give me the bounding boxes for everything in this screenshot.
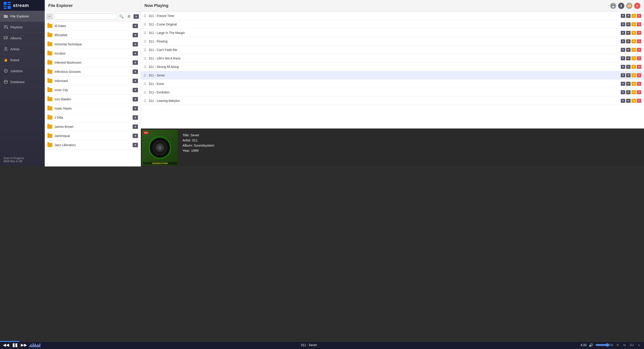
track-name: 311 - Evolution [149,90,322,94]
folder-icon [48,24,52,28]
table-row[interactable]: ☰ 311 - Evolution ▼ ▼ ★ ✕ [141,88,322,96]
drag-handle: ☰ [144,39,146,43]
now-playing-list: ☰ 311 - Freeze Time ▼ ▼ ★ ✕ ☰ 311 - Come… [141,12,322,128]
folder-name: J Dilla [54,116,132,119]
table-row[interactable]: ☰ 311 - Flowing ▼ ▼ ★ ✕ [141,37,322,45]
drag-handle: ☰ [144,14,146,18]
list-item[interactable]: Inner City ▼ [45,86,141,95]
table-row[interactable]: ☰ 311 - Large In The Margin ▼ ▼ ★ ✕ [141,28,322,37]
svg-point-14 [5,47,7,49]
list-item[interactable]: Infected Mushroom ▼ [45,58,141,67]
drag-handle: ☰ [144,48,146,52]
table-row[interactable]: ☰ 311 - Leaving Babylon ▼ ▼ ★ ✕ [141,96,322,105]
folder-icon [48,88,52,92]
folder-name: Inner City [54,88,132,92]
sidebar-item-jukebox-label: Jukebox [10,69,23,73]
svg-point-11 [7,27,8,28]
folder-name: Infectious Grooves [54,70,132,73]
track-artist: Artist: 311 [182,138,322,142]
item-download-button[interactable]: ▼ [132,124,138,129]
table-row[interactable]: ☰ 311 - Freeze Time ▼ ▼ ★ ✕ [141,12,322,20]
table-row[interactable]: ☰ 311 - Strong All Along ▼ ▼ ★ ✕ [141,62,322,71]
sidebar-item-rated[interactable]: Rated [0,54,45,65]
item-download-button[interactable]: ▼ [132,60,138,65]
sidebar-item-rated-label: Rated [10,58,19,62]
sidebar-item-file-explorer[interactable]: File Explorer [0,11,45,22]
list-item[interactable]: J Dilla ▼ [45,113,141,122]
track-title: Title: Sever [182,133,322,137]
item-download-button[interactable]: ▼ [132,115,138,120]
item-download-button[interactable]: ▼ [132,106,138,111]
list-item[interactable]: Jamiroquai ▼ [45,131,141,141]
now-playing-panel: Now Playing 💾 ⬇ 🔁 ✕ ☰ 311 - Freeze Time … [141,0,322,166]
item-download-button[interactable]: ▼ [132,42,138,46]
item-download-button[interactable]: ▼ [132,24,138,28]
item-download-button[interactable]: ▼ [132,79,138,83]
sidebar-item-albums[interactable]: Albums [0,33,45,43]
search-input[interactable] [54,13,117,20]
rescan-button[interactable]: ⚙ [126,13,132,20]
track-name: 311 - Flowing [149,39,322,43]
track-name: 311 - Sever [149,73,322,77]
table-row[interactable]: ☰ 311 - Come Original ▼ ▼ ★ ✕ [141,20,322,28]
folder-name: Immortal Technique [54,42,132,46]
drag-handle: ☰ [144,73,146,77]
album-art: 311 SOUNDSYSTEM [142,130,178,166]
folder-icon [4,14,8,18]
search-button[interactable]: 🔍 [118,13,124,20]
list-item[interactable]: Isaac Hayes ▼ [45,104,141,113]
item-download-button[interactable]: ▼ [132,33,138,37]
file-explorer-panel: File Explorer ← 🔍 ⚙ ▼ Ill.Gates ▼ illSca… [45,0,141,166]
item-download-button[interactable]: ▼ [132,97,138,101]
file-explorer-header: File Explorer [45,0,141,12]
svg-rect-8 [4,25,8,26]
folder-icon [48,42,52,46]
sidebar: stream File Explorer Playlists Albums Ar… [0,0,45,166]
folder-name: illScarlett [54,33,132,37]
list-item[interactable]: Informant ▼ [45,76,141,86]
sidebar-item-albums-label: Albums [10,36,22,40]
table-row[interactable]: ☰ 311 - Life's Not A Race ▼ ▼ ★ ✕ [141,54,322,62]
table-row[interactable]: ☰ 311 - Sever ▼ ▼ ★ ✕ [141,71,322,79]
folder-icon [48,115,52,119]
item-download-button[interactable]: ▼ [132,143,138,147]
list-item[interactable]: James Brown ▼ [45,122,141,131]
list-item[interactable]: Infectious Grooves ▼ [45,67,141,76]
back-button[interactable]: ← [46,13,53,20]
sidebar-item-database[interactable]: Database [0,76,45,87]
list-item[interactable]: Incubus ▼ [45,49,141,58]
item-download-button[interactable]: ▼ [132,134,138,138]
sidebar-item-file-explorer-label: File Explorer [10,14,29,18]
table-row[interactable]: ☰ 311 - Can't Fade Me ▼ ▼ ★ ✕ [141,45,322,54]
record-graphic [150,138,170,158]
list-item[interactable]: Immortal Technique ▼ [45,40,141,49]
sidebar-item-database-label: Database [10,80,24,84]
list-item[interactable]: Iron Maiden ▼ [45,95,141,104]
track-name: 311 - Strong All Along [149,65,322,69]
track-year: Year: 1999 [182,149,322,152]
svg-rect-1 [8,2,11,3]
folder-icon [48,106,52,110]
sidebar-item-artists[interactable]: Artists [0,43,45,54]
folder-name: Incubus [54,52,132,55]
track-name: 311 - Large In The Margin [149,31,322,35]
list-item[interactable]: Jazz Liberatorz ▼ [45,141,141,150]
svg-rect-5 [8,6,11,9]
folder-icon [48,33,52,37]
list-item[interactable]: illScarlett ▼ [45,31,141,40]
files-count-text: 6500 files in DB [4,160,41,163]
folder-icon [48,143,52,147]
sidebar-item-playlists[interactable]: Playlists [0,22,45,33]
table-row[interactable]: ☰ 311 - Eons ▼ ▼ ★ ✕ [141,79,322,88]
list-item[interactable]: Ill.Gates ▼ [45,21,141,31]
item-download-button[interactable]: ▼ [132,69,138,74]
svg-marker-15 [4,58,8,62]
svg-rect-3 [4,6,7,7]
folder-icon [48,79,52,83]
database-icon [4,79,8,84]
folder-download-button[interactable]: ▼ [134,14,139,19]
item-download-button[interactable]: ▼ [132,88,138,92]
item-download-button[interactable]: ▼ [132,51,138,56]
jukebox-icon [4,69,8,73]
sidebar-item-jukebox[interactable]: Jukebox [0,65,45,76]
